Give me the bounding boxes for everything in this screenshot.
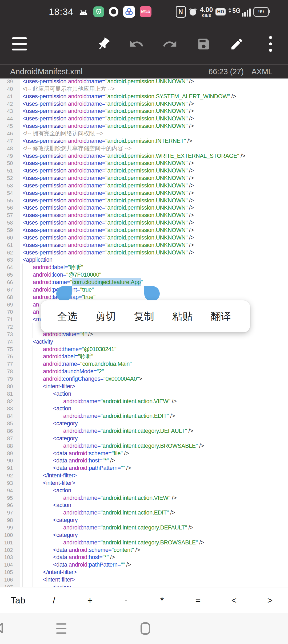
line-number: 62 xyxy=(0,249,13,256)
code-text: <uses-permission android:name="android.p… xyxy=(23,78,194,85)
code-text: </intent-filter> xyxy=(43,472,77,479)
code-line: 74<activity xyxy=(0,338,288,345)
context-menu-item[interactable]: 复制 xyxy=(134,310,154,323)
alarm-icon xyxy=(189,7,197,16)
indent-guide xyxy=(33,524,33,531)
code-line: 65android:icon="@7F010000" xyxy=(0,271,288,278)
context-menu-item[interactable]: 翻译 xyxy=(211,310,231,323)
line-number: 41 xyxy=(0,93,13,100)
code-line: 91<data android:pathPattern="" /> xyxy=(0,464,288,472)
symbol-key[interactable]: Tab xyxy=(0,587,36,613)
code-line: 104<data android:pathPattern="" /> xyxy=(0,561,288,568)
line-number: 43 xyxy=(0,107,13,115)
code-line: 94<action xyxy=(0,487,288,494)
indent-guide xyxy=(43,405,43,412)
indent-guide xyxy=(22,360,23,368)
code-text: android:name="android.intent.category.DE… xyxy=(63,427,193,435)
format-badge[interactable]: AXML xyxy=(251,67,273,76)
code-text: <!-- 修改或删除您共享存储空间中的内容 --> xyxy=(23,145,131,152)
menu-button[interactable] xyxy=(12,23,27,64)
code-line: 59<uses-permission android:name="android… xyxy=(0,226,288,234)
code-text: <intent-filter> xyxy=(43,479,75,487)
indent-guide xyxy=(22,524,23,531)
redo-button[interactable] xyxy=(162,23,178,64)
code-line: 105</intent-filter> xyxy=(0,568,288,576)
indent-guide xyxy=(33,539,33,546)
code-text: </intent-filter> xyxy=(43,568,77,576)
file-info-bar: AndroidManifest.xml 66:23 (27) AXML xyxy=(0,65,288,78)
line-number: 96 xyxy=(0,501,13,509)
indent-guide xyxy=(33,420,33,427)
selection-handle-right[interactable] xyxy=(144,286,160,301)
selected-text[interactable]: com.cloudinject.feature.App xyxy=(72,278,141,286)
context-menu-item[interactable]: 粘贴 xyxy=(172,310,193,323)
cursor-position: 66:23 (27) xyxy=(209,67,244,76)
indent-guide xyxy=(43,442,43,450)
selection-handle-left[interactable] xyxy=(56,286,72,301)
line-number: 85 xyxy=(0,420,13,427)
line-number: 98 xyxy=(0,516,13,524)
code-line: 41<uses-permission android:name="android… xyxy=(0,93,288,100)
signal-indicator: 5G xyxy=(228,7,251,17)
line-number: 47 xyxy=(0,137,13,145)
line-number: 86 xyxy=(0,427,13,435)
code-text: android:name="com.cloudinject.feature.Ap… xyxy=(33,278,143,286)
code-text: <action xyxy=(53,405,71,412)
code-line: 61<uses-permission android:name="android… xyxy=(0,241,288,249)
code-text: android:name="android.intent.action.VIEW… xyxy=(63,494,177,502)
code-line: 78android:launchMode="2" xyxy=(0,368,288,375)
indent-guide xyxy=(43,390,43,398)
recents-button[interactable] xyxy=(56,623,66,634)
code-line: 67android:persistent="true" xyxy=(0,286,288,293)
code-text: <!-- 此应用可显示在其他应用上方 --> xyxy=(23,85,115,93)
symbol-key[interactable]: = xyxy=(180,587,216,613)
code-text: <action xyxy=(53,487,71,494)
line-number: 60 xyxy=(0,234,13,241)
indent-guide xyxy=(33,450,33,457)
code-text: <uses-permission android:name="android.p… xyxy=(23,204,194,211)
code-text: <intent-filter> xyxy=(43,576,75,583)
context-menu-item[interactable]: 剪切 xyxy=(95,310,116,323)
symbol-key[interactable]: < xyxy=(216,587,252,613)
line-number: 49 xyxy=(0,152,13,160)
line-number: 88 xyxy=(0,442,13,450)
line-number: 91 xyxy=(0,464,13,472)
code-editor[interactable]: 39<uses-permission android:name="android… xyxy=(0,78,288,587)
code-line: 64android:label="聆听" xyxy=(0,264,288,271)
indent-guide xyxy=(43,457,43,464)
code-text: <uses-permission android:name="android.p… xyxy=(23,241,194,249)
code-line: 107<action xyxy=(0,583,288,587)
context-menu-item[interactable]: 全选 xyxy=(57,310,77,323)
code-text: <uses-permission android:name="android.p… xyxy=(23,211,194,219)
indent-guide xyxy=(22,472,23,479)
symbol-key[interactable]: > xyxy=(252,587,288,613)
code-line: 100<category xyxy=(0,531,288,539)
code-line: 63<application xyxy=(0,256,288,264)
line-number: 57 xyxy=(0,211,13,219)
symbol-key[interactable]: + xyxy=(72,587,108,613)
line-number: 50 xyxy=(0,159,13,167)
symbol-key[interactable]: * xyxy=(144,587,180,613)
undo-button[interactable] xyxy=(129,23,145,64)
line-number: 42 xyxy=(0,100,13,108)
symbol-key[interactable]: / xyxy=(36,587,72,613)
line-number: 66 xyxy=(0,278,13,286)
symbol-key[interactable]: - xyxy=(108,587,144,613)
code-line: 101android:name="android.intent.category… xyxy=(0,539,288,546)
line-number: 77 xyxy=(0,360,13,368)
save-button[interactable] xyxy=(196,23,212,64)
code-text: android:name="android.intent.action.EDIT… xyxy=(63,412,175,420)
indent-guide xyxy=(53,398,53,405)
line-number: 106 xyxy=(0,576,13,583)
indent-guide xyxy=(33,368,33,375)
indent-guide xyxy=(33,487,33,494)
code-text: <uses-permission android:name="android.p… xyxy=(23,226,194,234)
line-number: 58 xyxy=(0,219,13,226)
code-text: <category xyxy=(53,516,78,524)
home-button[interactable] xyxy=(141,622,150,635)
line-number: 92 xyxy=(0,472,13,479)
edit-button[interactable] xyxy=(229,23,245,64)
overflow-menu-button[interactable] xyxy=(263,23,278,64)
back-button[interactable] xyxy=(0,622,6,635)
pin-button[interactable] xyxy=(95,23,111,64)
